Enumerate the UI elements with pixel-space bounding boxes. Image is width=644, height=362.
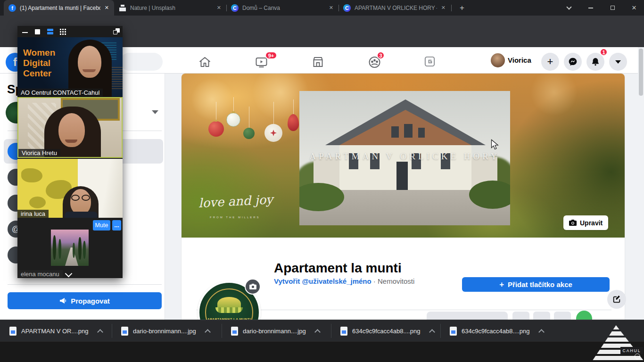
gallery-view-icon[interactable] [60, 29, 66, 35]
bell-icon [591, 57, 600, 66]
scrollbar-thumb[interactable] [639, 49, 643, 96]
sidebar-divider [8, 284, 162, 285]
tab-close-icon[interactable]: ✕ [215, 4, 223, 11]
participant-tile[interactable]: Women Digital Center AO Centrul CONTACT-… [17, 37, 123, 97]
tab-title: (1) Apartament la munti | Facebo [20, 5, 100, 11]
tab-canva-design[interactable]: C APARTMAN V ORLICKE HORY – 8 ✕ [339, 0, 451, 16]
partial-green-button[interactable] [576, 311, 592, 320]
ornament-cap [232, 111, 235, 113]
edit-pencil-icon [612, 295, 621, 304]
plus-icon: + [499, 280, 504, 289]
file-icon [340, 327, 347, 336]
mouse-cursor [491, 139, 499, 150]
bokeh-light [191, 78, 233, 121]
canva-favicon-letter: C [345, 5, 349, 11]
file-icon [231, 327, 238, 336]
username-link[interactable]: @uživatelské_jméno [302, 277, 371, 285]
banner-line: Center [23, 68, 55, 79]
mute-button[interactable]: Mute [93, 220, 110, 230]
logo-title: APARTAMENT LA MUNTI [199, 318, 259, 320]
create-plus-button[interactable]: + [541, 53, 559, 71]
search-input[interactable] [120, 53, 163, 71]
map-blotch [29, 197, 46, 208]
facebook-favicon-letter: f [11, 5, 13, 11]
watermark-label: CAHUL [620, 347, 643, 354]
video-call-window[interactable]: Women Digital Center AO Centrul CONTACT-… [17, 26, 123, 278]
cover-title: APARTMAN V ORLICKE HORY [299, 151, 510, 162]
file-icon [121, 327, 128, 336]
tab-close-icon[interactable]: ✕ [103, 4, 110, 11]
banner-line: Women [23, 48, 55, 58]
bokeh-light [530, 74, 578, 116]
tab-close-icon[interactable]: ✕ [440, 4, 447, 11]
home-icon[interactable] [198, 56, 212, 69]
download-menu-chevron-icon[interactable] [538, 329, 545, 335]
participant-tile-active[interactable]: Viorica Hretu [17, 97, 123, 158]
window-minimize-button[interactable] [584, 0, 598, 16]
notifications-badge: 1 [600, 48, 608, 56]
participant-name: elena mocanu [17, 270, 63, 278]
new-tab-button[interactable]: + [455, 0, 469, 16]
download-item[interactable]: APARTMAN V OR....png [0, 320, 112, 342]
marketplace-icon[interactable] [311, 56, 325, 69]
change-profile-picture-button[interactable] [245, 279, 261, 295]
download-item[interactable]: 634c9c9fcacc4ab8....png [440, 320, 550, 342]
minimize-icon[interactable] [22, 32, 28, 33]
tab-unsplash[interactable]: Nature | Unsplash ✕ [114, 0, 226, 16]
messenger-icon [568, 57, 578, 66]
partial-button[interactable] [533, 312, 550, 320]
ornament-string [273, 102, 274, 124]
compose-button[interactable] [607, 290, 626, 309]
window-close-button[interactable]: ✕ [627, 0, 641, 16]
download-menu-chevron-icon[interactable] [97, 329, 103, 335]
participant-mouth [65, 140, 77, 143]
download-item[interactable]: dario-bronnimann....jpg [222, 320, 331, 342]
partial-button[interactable] [512, 312, 529, 320]
browser-tab-strip: f (1) Apartament la munti | Facebo ✕ Nat… [0, 0, 644, 16]
tab-separator [451, 5, 452, 11]
participant-tile[interactable]: Mute ... elena mocanu [17, 218, 123, 278]
partial-button[interactable] [554, 312, 571, 320]
restore-icon[interactable] [35, 29, 40, 34]
add-action-button[interactable]: + Přidat tlačítko akce [462, 277, 610, 292]
gaming-icon[interactable] [423, 55, 436, 68]
window-maximize-button[interactable] [605, 0, 619, 16]
more-options-button[interactable]: ... [112, 220, 121, 230]
download-filename: 634c9c9fcacc4ab8....png [352, 328, 421, 335]
partial-button[interactable] [427, 312, 508, 320]
edit-cover-button[interactable]: Upravit [563, 215, 608, 230]
downloads-bar: APARTMAN V OR....png dario-bronnimann...… [0, 320, 644, 341]
download-menu-chevron-icon[interactable] [429, 329, 435, 335]
participant-name: AO Centrul CONTACT-Cahul [17, 89, 103, 97]
window-menu-chevron-icon[interactable] [562, 0, 576, 16]
tab-facebook[interactable]: f (1) Apartament la munti | Facebo ✕ [4, 0, 114, 16]
participant-tile[interactable]: irina luca [17, 159, 123, 218]
speaker-view-icon[interactable] [47, 29, 53, 34]
screen: f (1) Apartament la munti | Facebo ✕ Nat… [0, 0, 644, 362]
promote-button[interactable]: Propagovat [8, 292, 162, 309]
user-avatar[interactable] [491, 53, 505, 67]
create-username-link[interactable]: Vytvořit [274, 277, 300, 285]
download-filename: 634c9c9fcacc4ab8....png [462, 328, 530, 335]
download-item[interactable]: 634c9c9fcacc4ab8....png [331, 320, 440, 342]
ornament-string [216, 102, 216, 122]
megaphone-icon [59, 297, 67, 304]
collapse-chevron-icon[interactable] [65, 270, 73, 278]
page-subtitle: Vytvořit @uživatelské_jméno · Nemovitost… [274, 277, 414, 285]
glasses-left-lens [71, 195, 80, 201]
tab-close-icon[interactable]: ✕ [328, 4, 335, 11]
cover-photo: APARTMAN V ORLICKE HORY love and joy FRO… [182, 74, 625, 238]
sidebar-collapse-chevron-icon[interactable] [152, 110, 158, 114]
download-item[interactable]: dario-bronnimann....jpg [112, 320, 222, 342]
download-menu-chevron-icon[interactable] [314, 329, 321, 335]
user-name[interactable]: Viorica [508, 56, 531, 64]
plus-icon: + [547, 56, 553, 68]
page-scrollbar[interactable] [638, 47, 644, 320]
video-call-titlebar[interactable] [17, 26, 123, 37]
account-menu-button[interactable] [609, 53, 627, 71]
facebook-logo-letter: f [13, 56, 17, 68]
tab-canva-home[interactable]: C Domů – Canva ✕ [226, 0, 339, 16]
messenger-button[interactable] [564, 53, 582, 71]
file-icon [450, 327, 457, 336]
download-menu-chevron-icon[interactable] [205, 329, 211, 335]
